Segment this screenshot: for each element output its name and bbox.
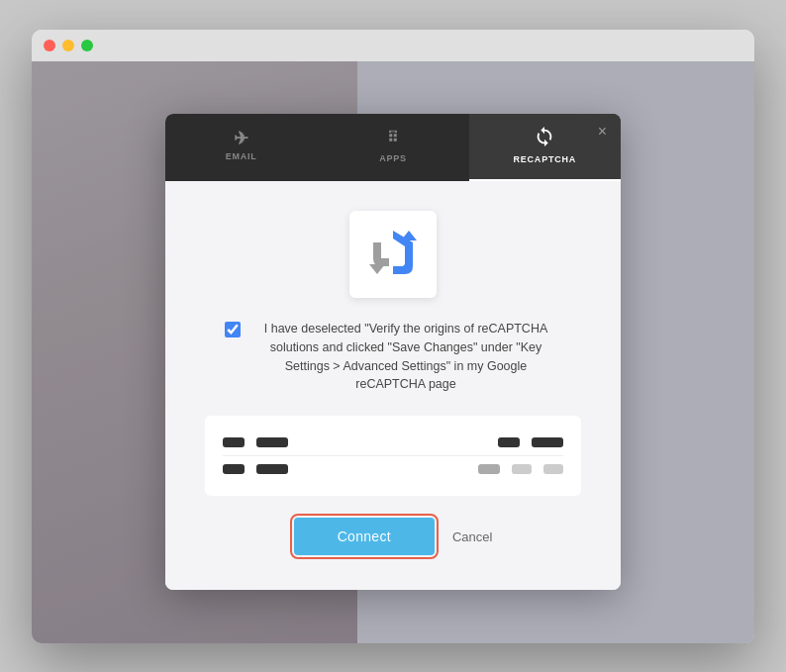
field-row-2 — [223, 455, 563, 482]
field-block-1c — [498, 437, 520, 447]
field-block-1d — [532, 437, 563, 447]
recaptcha-logo — [349, 211, 437, 298]
field-block-2c — [478, 464, 500, 474]
modal-dialog: ✈ EMAIL APPS — [165, 114, 621, 590]
field-block-1a — [223, 437, 245, 447]
field-block-2e — [543, 464, 563, 474]
close-traffic-light[interactable] — [44, 40, 55, 51]
modal-body: I have deselected "Verify the origins of… — [165, 181, 621, 590]
recaptcha-tab-label: RECAPTCHA — [513, 154, 576, 164]
tab-apps[interactable]: APPS — [317, 114, 468, 181]
field-block-1b — [256, 437, 288, 447]
minimize-traffic-light[interactable] — [62, 40, 74, 51]
recaptcha-tab-icon — [534, 126, 555, 150]
field-block-2d — [512, 464, 532, 474]
email-tab-label: EMAIL — [226, 151, 257, 161]
email-tab-icon: ✈ — [234, 130, 249, 147]
maximize-traffic-light[interactable] — [81, 40, 93, 51]
button-row: Connect Cancel — [294, 518, 493, 555]
modal-overlay: ✈ EMAIL APPS — [32, 61, 754, 643]
form-fields — [205, 416, 581, 496]
modal-tabs: ✈ EMAIL APPS — [165, 114, 621, 181]
checkbox-label: I have deselected "Verify the origins of… — [250, 320, 561, 394]
apps-tab-label: APPS — [379, 153, 407, 163]
field-row-1 — [223, 430, 563, 455]
field-block-2a — [223, 464, 245, 474]
tab-email[interactable]: ✈ EMAIL — [165, 114, 317, 181]
checkbox-row: I have deselected "Verify the origins of… — [225, 320, 561, 394]
browser-window: ✈ EMAIL APPS — [32, 30, 754, 643]
apps-tab-icon — [384, 129, 402, 149]
confirm-checkbox[interactable] — [225, 322, 241, 337]
field-block-2b — [256, 464, 288, 474]
cancel-button[interactable]: Cancel — [452, 529, 492, 544]
browser-content: ✈ EMAIL APPS — [32, 61, 754, 643]
connect-button[interactable]: Connect — [294, 518, 435, 555]
modal-close-button[interactable]: × — [598, 124, 607, 140]
svg-marker-2 — [401, 231, 417, 240]
browser-titlebar — [32, 30, 754, 61]
svg-marker-3 — [369, 264, 385, 274]
